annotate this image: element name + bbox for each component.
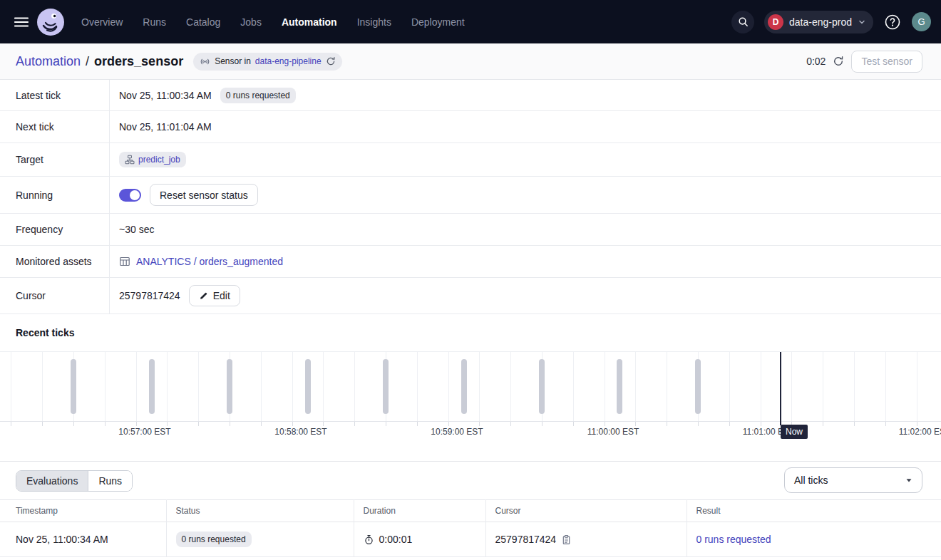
menu-icon[interactable]	[11, 12, 31, 32]
gridline	[823, 352, 823, 421]
nav-item-runs[interactable]: Runs	[143, 16, 166, 28]
details-row-cursor: Cursor 25797817424 Edit	[0, 278, 941, 314]
breadcrumb-automation-link[interactable]: Automation	[16, 54, 81, 69]
tick-bar[interactable]	[149, 359, 155, 414]
nav-item-jobs[interactable]: Jobs	[240, 16, 262, 28]
monitored-asset-link[interactable]: ANALYTICS / orders_augmented	[136, 256, 283, 267]
axis-label: 10:59:00 EST	[431, 427, 483, 437]
gridline	[11, 352, 11, 421]
column-header-duration: Duration	[354, 500, 485, 522]
axis-tick	[386, 422, 386, 426]
frequency-value: ~30 sec	[119, 224, 154, 235]
target-job-link[interactable]: predict_job	[138, 155, 180, 165]
cell-cursor: 25797817424	[485, 522, 687, 557]
copy-icon[interactable]	[561, 534, 572, 545]
header-actions: 0:02 Test sensor	[806, 51, 922, 73]
duration-value: 0:00:01	[379, 534, 413, 545]
gridline	[42, 352, 43, 421]
axis-tick	[854, 422, 855, 426]
axis-tick	[573, 422, 574, 426]
tick-bar[interactable]	[383, 359, 389, 414]
test-sensor-button[interactable]: Test sensor	[851, 51, 922, 73]
axis-tick	[11, 422, 11, 426]
running-toggle[interactable]	[119, 189, 141, 202]
gridline	[448, 352, 449, 421]
gridline	[635, 352, 636, 421]
details-label: Target	[0, 143, 110, 176]
gridline	[791, 352, 792, 421]
nav-item-overview[interactable]: Overview	[81, 16, 123, 28]
now-line	[780, 352, 781, 425]
tick-bar[interactable]	[305, 359, 311, 414]
reset-sensor-status-button[interactable]: Reset sensor status	[150, 184, 258, 206]
axis-tick	[885, 422, 886, 426]
tick-bar[interactable]	[461, 359, 467, 414]
now-badge: Now	[781, 425, 808, 439]
result-link[interactable]: 0 runs requested	[696, 534, 771, 545]
axis-tick	[73, 422, 74, 426]
axis-label: 11:02:00 EST	[899, 427, 941, 437]
axis-label: 11:00:00 EST	[587, 427, 639, 437]
reload-repo-icon[interactable]	[326, 56, 336, 66]
axis-tick	[761, 422, 761, 426]
repo-link[interactable]: data-eng-pipeline	[255, 56, 322, 66]
table-row: Nov 25, 11:00:34 AM 0 runs requested 0:0…	[0, 522, 941, 557]
edit-button-label: Edit	[213, 290, 230, 301]
axis-tick	[698, 422, 699, 426]
axis-tick	[261, 422, 262, 426]
axis-tick	[917, 422, 917, 426]
axis-tick	[167, 422, 168, 426]
edit-cursor-button[interactable]: Edit	[189, 285, 240, 306]
gridline	[417, 352, 418, 421]
help-button[interactable]	[883, 13, 902, 31]
table-header-row: Timestamp Status Duration Cursor Result	[0, 500, 941, 522]
search-button[interactable]	[731, 11, 754, 33]
axis-tick	[729, 422, 730, 426]
gridline	[917, 352, 917, 421]
nav-item-insights[interactable]: Insights	[357, 16, 391, 28]
nav-item-automation[interactable]: Automation	[282, 16, 337, 28]
details-row-monitored-assets: Monitored assets ANALYTICS / orders_augm…	[0, 246, 941, 278]
tick-bar[interactable]	[227, 359, 232, 414]
refresh-icon	[833, 56, 844, 67]
nav-items: Overview Runs Catalog Jobs Automation In…	[81, 16, 465, 28]
tab-evaluations[interactable]: Evaluations	[16, 471, 88, 491]
page-header: Automation / orders_sensor Sensor in dat…	[0, 43, 941, 80]
dagster-logo[interactable]	[37, 9, 64, 36]
sensor-badge-text: Sensor in	[215, 56, 251, 66]
tick-bar[interactable]	[71, 359, 76, 414]
page-title: orders_sensor	[94, 54, 183, 69]
axis-tick	[510, 422, 511, 426]
axis-tick	[105, 422, 106, 426]
tick-bar[interactable]	[617, 359, 622, 414]
nav-item-catalog[interactable]: Catalog	[186, 16, 220, 28]
axis-tick	[136, 422, 137, 426]
help-icon	[883, 13, 902, 31]
axis-tick	[417, 422, 418, 426]
tick-bar[interactable]	[695, 359, 701, 414]
tab-runs[interactable]: Runs	[88, 471, 132, 491]
tick-filter-dropdown[interactable]: All ticks	[784, 467, 922, 493]
tab-bar: Evaluations Runs All ticks	[0, 462, 941, 499]
tick-bar[interactable]	[539, 359, 545, 414]
sensor-icon	[200, 56, 210, 67]
gridline	[854, 352, 855, 421]
user-avatar[interactable]: G	[912, 12, 931, 31]
refresh-button[interactable]	[833, 56, 844, 67]
details-label: Frequency	[0, 214, 110, 245]
gridline	[354, 352, 355, 421]
caret-down-icon	[905, 477, 912, 484]
chevron-down-icon	[858, 18, 866, 26]
status-badge: 0 runs requested	[176, 532, 252, 547]
axis-tick	[542, 422, 543, 426]
details-label: Latest tick	[0, 80, 110, 110]
cell-duration: 0:00:01	[354, 522, 485, 557]
gridline	[510, 352, 511, 421]
breadcrumb-separator: /	[86, 54, 89, 69]
target-job-pill[interactable]: predict_job	[119, 152, 186, 167]
axis-tick	[198, 422, 199, 426]
edit-icon	[199, 291, 208, 301]
workspace-switcher[interactable]: D data-eng-prod	[764, 11, 873, 33]
gridline	[198, 352, 199, 421]
nav-item-deployment[interactable]: Deployment	[411, 16, 465, 28]
